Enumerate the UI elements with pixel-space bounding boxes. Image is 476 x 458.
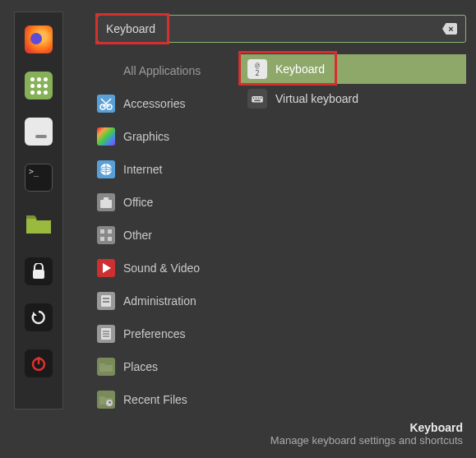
category-label: Places [123, 360, 158, 373]
svg-rect-10 [108, 229, 112, 234]
category-label: Sound & Video [123, 261, 200, 275]
category-places[interactable]: Places [97, 350, 241, 383]
menu-main: All Applications Accessories Graphics In… [97, 15, 466, 416]
category-label: Internet [123, 163, 162, 176]
shield-icon [97, 292, 115, 310]
svg-rect-19 [253, 98, 255, 99]
launcher-sidebar [14, 12, 63, 409]
palette-icon [97, 127, 115, 146]
folder-icon [97, 358, 115, 376]
category-internet[interactable]: Internet [97, 153, 241, 186]
svg-rect-15 [103, 301, 109, 303]
scissors-icon [97, 95, 115, 113]
svg-rect-20 [256, 98, 257, 99]
svg-rect-0 [33, 270, 44, 279]
svg-rect-14 [103, 298, 109, 299]
result-label: Keyboard [275, 62, 325, 76]
briefcase-icon [97, 193, 115, 211]
category-other[interactable]: Other [97, 219, 241, 252]
category-label: All Applications [123, 64, 201, 77]
svg-rect-7 [100, 200, 112, 208]
category-recent-files[interactable]: Recent Files [97, 383, 241, 416]
footer-title: Keyboard [270, 421, 463, 434]
virtual-keyboard-icon [247, 89, 267, 109]
category-label: Office [123, 196, 153, 209]
svg-rect-22 [261, 98, 262, 99]
svg-rect-11 [100, 237, 104, 241]
terminal-icon[interactable] [25, 164, 53, 192]
footer-subtitle: Manage keyboard settings and shortcuts [270, 434, 463, 446]
clear-search-icon[interactable] [442, 23, 457, 35]
svg-rect-12 [108, 237, 112, 241]
result-keyboard[interactable]: @2 Keyboard [241, 54, 466, 84]
svg-rect-8 [104, 197, 109, 200]
lock-icon[interactable] [25, 257, 53, 285]
restart-icon[interactable] [25, 303, 53, 331]
category-sound-video[interactable]: Sound & Video [97, 252, 241, 285]
blank-icon [97, 62, 115, 80]
search-field [97, 15, 466, 43]
search-input[interactable] [106, 22, 442, 35]
category-all-applications[interactable]: All Applications [97, 54, 241, 87]
category-graphics[interactable]: Graphics [97, 120, 241, 153]
result-label: Virtual keyboard [275, 92, 358, 105]
category-label: Preferences [123, 327, 185, 340]
category-list: All Applications Accessories Graphics In… [97, 54, 241, 416]
play-icon [97, 259, 115, 277]
file-manager-icon[interactable] [25, 210, 53, 238]
folder-clock-icon [97, 391, 115, 409]
category-label: Recent Files [123, 393, 187, 406]
category-label: Accessories [123, 97, 185, 110]
category-office[interactable]: Office [97, 186, 241, 219]
power-icon[interactable] [25, 349, 53, 377]
grid-icon [97, 226, 115, 244]
sliders-icon [97, 325, 115, 343]
apps-menu-icon[interactable] [25, 72, 53, 99]
svg-rect-23 [254, 100, 261, 102]
svg-rect-18 [252, 96, 263, 103]
svg-rect-9 [100, 229, 104, 234]
result-virtual-keyboard[interactable]: Virtual keyboard [241, 84, 466, 113]
category-administration[interactable]: Administration [97, 285, 241, 317]
results-list: @2 Keyboard Virtual keyboard [241, 54, 466, 416]
globe-icon [97, 160, 115, 178]
keyboard-icon: @2 [247, 59, 267, 79]
category-preferences[interactable]: Preferences [97, 317, 241, 350]
svg-rect-21 [258, 98, 260, 99]
category-label: Other [123, 229, 152, 242]
category-label: Graphics [123, 130, 169, 143]
firefox-icon[interactable] [25, 25, 53, 53]
category-accessories[interactable]: Accessories [97, 87, 241, 120]
category-label: Administration [123, 294, 196, 308]
settings-icon[interactable] [25, 118, 53, 146]
footer-description: Keyboard Manage keyboard settings and sh… [270, 421, 463, 446]
